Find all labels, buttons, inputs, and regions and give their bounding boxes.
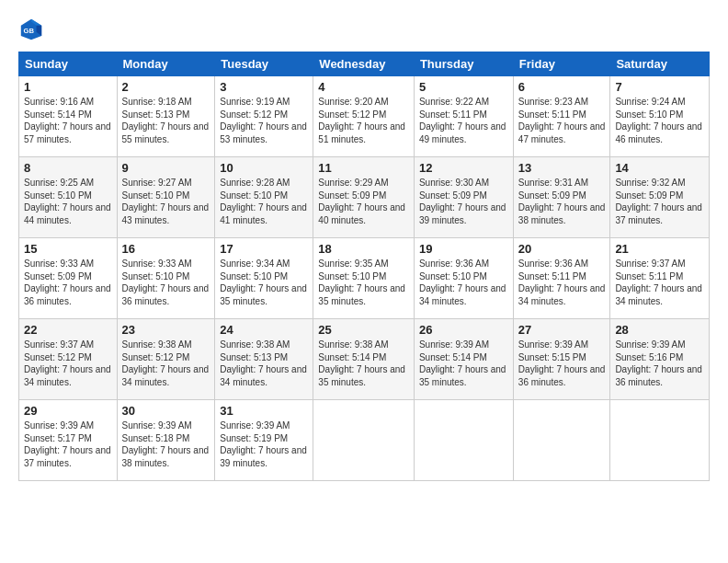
- calendar-cell: 31Sunrise: 9:39 AM Sunset: 5:19 PM Dayli…: [215, 400, 313, 481]
- day-number: 15: [24, 242, 112, 256]
- day-number: 18: [318, 242, 409, 256]
- day-number: 27: [518, 323, 606, 337]
- weekday-header: Wednesday: [313, 52, 415, 76]
- day-number: 11: [318, 161, 409, 175]
- logo: GB: [18, 17, 48, 42]
- header: GB: [18, 17, 710, 42]
- day-info: Sunrise: 9:37 AM Sunset: 5:12 PM Dayligh…: [24, 339, 112, 388]
- day-info: Sunrise: 9:34 AM Sunset: 5:10 PM Dayligh…: [220, 258, 308, 307]
- calendar-cell: 1Sunrise: 9:16 AM Sunset: 5:14 PM Daylig…: [19, 76, 118, 157]
- day-info: Sunrise: 9:24 AM Sunset: 5:10 PM Dayligh…: [615, 96, 704, 145]
- calendar-cell: 21Sunrise: 9:37 AM Sunset: 5:11 PM Dayli…: [610, 238, 710, 319]
- day-number: 12: [419, 161, 508, 175]
- day-info: Sunrise: 9:32 AM Sunset: 5:09 PM Dayligh…: [615, 177, 704, 226]
- calendar-cell: 3Sunrise: 9:19 AM Sunset: 5:12 PM Daylig…: [215, 76, 313, 157]
- calendar-cell: [610, 400, 710, 481]
- day-number: 19: [419, 242, 508, 256]
- calendar-cell: 12Sunrise: 9:30 AM Sunset: 5:09 PM Dayli…: [414, 157, 513, 238]
- calendar-cell: 9Sunrise: 9:27 AM Sunset: 5:10 PM Daylig…: [117, 157, 215, 238]
- calendar-cell: 27Sunrise: 9:39 AM Sunset: 5:15 PM Dayli…: [513, 319, 610, 400]
- calendar-cell: 18Sunrise: 9:35 AM Sunset: 5:10 PM Dayli…: [313, 238, 415, 319]
- calendar-header-row: SundayMondayTuesdayWednesdayThursdayFrid…: [19, 52, 710, 76]
- calendar-week-row: 1Sunrise: 9:16 AM Sunset: 5:14 PM Daylig…: [19, 76, 710, 157]
- day-info: Sunrise: 9:20 AM Sunset: 5:12 PM Dayligh…: [318, 96, 409, 145]
- logo-icon: GB: [18, 17, 44, 42]
- calendar-cell: 19Sunrise: 9:36 AM Sunset: 5:10 PM Dayli…: [414, 238, 513, 319]
- day-number: 29: [24, 404, 112, 418]
- day-info: Sunrise: 9:38 AM Sunset: 5:13 PM Dayligh…: [220, 339, 308, 388]
- day-number: 17: [220, 242, 308, 256]
- day-info: Sunrise: 9:25 AM Sunset: 5:10 PM Dayligh…: [24, 177, 112, 226]
- calendar-cell: 17Sunrise: 9:34 AM Sunset: 5:10 PM Dayli…: [215, 238, 313, 319]
- day-number: 7: [615, 80, 704, 94]
- day-number: 16: [122, 242, 210, 256]
- day-info: Sunrise: 9:36 AM Sunset: 5:11 PM Dayligh…: [518, 258, 606, 307]
- calendar-cell: 24Sunrise: 9:38 AM Sunset: 5:13 PM Dayli…: [215, 319, 313, 400]
- calendar-cell: 16Sunrise: 9:33 AM Sunset: 5:10 PM Dayli…: [117, 238, 215, 319]
- day-number: 20: [518, 242, 606, 256]
- day-info: Sunrise: 9:19 AM Sunset: 5:12 PM Dayligh…: [220, 96, 308, 145]
- calendar-cell: 4Sunrise: 9:20 AM Sunset: 5:12 PM Daylig…: [313, 76, 415, 157]
- day-number: 4: [318, 80, 409, 94]
- day-info: Sunrise: 9:22 AM Sunset: 5:11 PM Dayligh…: [419, 96, 508, 145]
- calendar-cell: 15Sunrise: 9:33 AM Sunset: 5:09 PM Dayli…: [19, 238, 118, 319]
- calendar-cell: 28Sunrise: 9:39 AM Sunset: 5:16 PM Dayli…: [610, 319, 710, 400]
- calendar-cell: 29Sunrise: 9:39 AM Sunset: 5:17 PM Dayli…: [19, 400, 118, 481]
- calendar-cell: 2Sunrise: 9:18 AM Sunset: 5:13 PM Daylig…: [117, 76, 215, 157]
- day-info: Sunrise: 9:35 AM Sunset: 5:10 PM Dayligh…: [318, 258, 409, 307]
- calendar-cell: 23Sunrise: 9:38 AM Sunset: 5:12 PM Dayli…: [117, 319, 215, 400]
- day-info: Sunrise: 9:36 AM Sunset: 5:10 PM Dayligh…: [419, 258, 508, 307]
- weekday-header: Monday: [117, 52, 215, 76]
- day-number: 6: [518, 80, 606, 94]
- day-info: Sunrise: 9:18 AM Sunset: 5:13 PM Dayligh…: [122, 96, 210, 145]
- day-info: Sunrise: 9:30 AM Sunset: 5:09 PM Dayligh…: [419, 177, 508, 226]
- day-number: 8: [24, 161, 112, 175]
- calendar-cell: [414, 400, 513, 481]
- day-number: 14: [615, 161, 704, 175]
- day-info: Sunrise: 9:31 AM Sunset: 5:09 PM Dayligh…: [518, 177, 606, 226]
- day-info: Sunrise: 9:37 AM Sunset: 5:11 PM Dayligh…: [615, 258, 704, 307]
- calendar-cell: 14Sunrise: 9:32 AM Sunset: 5:09 PM Dayli…: [610, 157, 710, 238]
- calendar-cell: 25Sunrise: 9:38 AM Sunset: 5:14 PM Dayli…: [313, 319, 415, 400]
- svg-text:GB: GB: [24, 27, 35, 35]
- calendar-cell: 8Sunrise: 9:25 AM Sunset: 5:10 PM Daylig…: [19, 157, 118, 238]
- day-number: 2: [122, 80, 210, 94]
- day-number: 5: [419, 80, 508, 94]
- calendar-week-row: 8Sunrise: 9:25 AM Sunset: 5:10 PM Daylig…: [19, 157, 710, 238]
- day-number: 1: [24, 80, 112, 94]
- day-number: 31: [220, 404, 308, 418]
- calendar-cell: 22Sunrise: 9:37 AM Sunset: 5:12 PM Dayli…: [19, 319, 118, 400]
- day-info: Sunrise: 9:33 AM Sunset: 5:10 PM Dayligh…: [122, 258, 210, 307]
- weekday-header: Saturday: [610, 52, 710, 76]
- day-info: Sunrise: 9:16 AM Sunset: 5:14 PM Dayligh…: [24, 96, 112, 145]
- calendar-cell: 11Sunrise: 9:29 AM Sunset: 5:09 PM Dayli…: [313, 157, 415, 238]
- day-number: 24: [220, 323, 308, 337]
- weekday-header: Sunday: [19, 52, 118, 76]
- day-number: 30: [122, 404, 210, 418]
- day-info: Sunrise: 9:39 AM Sunset: 5:19 PM Dayligh…: [220, 419, 308, 469]
- day-number: 25: [318, 323, 409, 337]
- day-number: 23: [122, 323, 210, 337]
- day-info: Sunrise: 9:39 AM Sunset: 5:17 PM Dayligh…: [24, 419, 112, 469]
- calendar-cell: 13Sunrise: 9:31 AM Sunset: 5:09 PM Dayli…: [513, 157, 610, 238]
- calendar-cell: [313, 400, 415, 481]
- calendar-week-row: 29Sunrise: 9:39 AM Sunset: 5:17 PM Dayli…: [19, 400, 710, 481]
- day-number: 21: [615, 242, 704, 256]
- calendar-week-row: 15Sunrise: 9:33 AM Sunset: 5:09 PM Dayli…: [19, 238, 710, 319]
- day-number: 3: [220, 80, 308, 94]
- day-info: Sunrise: 9:33 AM Sunset: 5:09 PM Dayligh…: [24, 258, 112, 307]
- day-info: Sunrise: 9:38 AM Sunset: 5:12 PM Dayligh…: [122, 339, 210, 388]
- weekday-header: Thursday: [414, 52, 513, 76]
- calendar-week-row: 22Sunrise: 9:37 AM Sunset: 5:12 PM Dayli…: [19, 319, 710, 400]
- calendar-cell: [513, 400, 610, 481]
- day-info: Sunrise: 9:27 AM Sunset: 5:10 PM Dayligh…: [122, 177, 210, 226]
- day-number: 26: [419, 323, 508, 337]
- day-number: 13: [518, 161, 606, 175]
- weekday-header: Friday: [513, 52, 610, 76]
- day-info: Sunrise: 9:29 AM Sunset: 5:09 PM Dayligh…: [318, 177, 409, 226]
- calendar-cell: 26Sunrise: 9:39 AM Sunset: 5:14 PM Dayli…: [414, 319, 513, 400]
- calendar-cell: 30Sunrise: 9:39 AM Sunset: 5:18 PM Dayli…: [117, 400, 215, 481]
- day-info: Sunrise: 9:38 AM Sunset: 5:14 PM Dayligh…: [318, 339, 409, 388]
- calendar-cell: 6Sunrise: 9:23 AM Sunset: 5:11 PM Daylig…: [513, 76, 610, 157]
- calendar-cell: 7Sunrise: 9:24 AM Sunset: 5:10 PM Daylig…: [610, 76, 710, 157]
